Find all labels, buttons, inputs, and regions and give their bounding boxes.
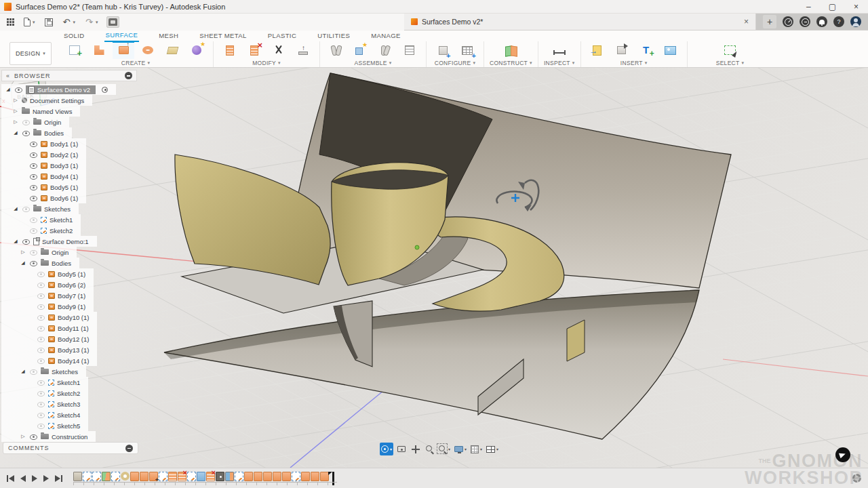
- timeline-extrude-icon[interactable]: [140, 472, 149, 481]
- tree-row-body4-1-[interactable]: Body4 (1): [1, 171, 86, 182]
- revolve-button[interactable]: [137, 41, 159, 59]
- tree-row-sketch5[interactable]: Sketch5: [1, 420, 88, 431]
- expand-arrow-icon[interactable]: ▷: [12, 119, 19, 125]
- joint-button[interactable]: [326, 41, 347, 59]
- tree-row-body5-1-[interactable]: Body5 (1): [1, 268, 94, 279]
- ribbon-tab-solid[interactable]: SOLID: [62, 30, 86, 41]
- save-button[interactable]: [43, 17, 54, 28]
- expand-arrow-icon[interactable]: ◢: [20, 369, 26, 374]
- sketch-create-button[interactable]: [64, 41, 85, 59]
- pan-button[interactable]: [409, 443, 422, 455]
- expand-arrow-icon[interactable]: ◢: [12, 239, 19, 244]
- close-button[interactable]: ×: [854, 2, 859, 12]
- visibility-eye-icon[interactable]: [29, 163, 38, 169]
- group-label-select[interactable]: SELECT: [716, 60, 745, 66]
- group-label-create[interactable]: CREATE: [121, 60, 150, 66]
- expand-arrow-icon[interactable]: ◢: [20, 260, 26, 266]
- tree-row-body9-1-[interactable]: Body9 (1): [1, 301, 94, 312]
- timeline-delete-icon[interactable]: [178, 472, 186, 481]
- visibility-eye-icon[interactable]: [37, 380, 45, 386]
- visibility-eye-icon[interactable]: [37, 293, 45, 299]
- tree-row-body2-1-[interactable]: Body2 (1): [1, 149, 86, 160]
- app-grid-button[interactable]: [5, 17, 16, 27]
- delete-x-button[interactable]: [243, 41, 265, 59]
- play-button[interactable]: [32, 475, 37, 482]
- visibility-eye-icon[interactable]: [29, 228, 38, 234]
- tree-row-sketch2[interactable]: Sketch2: [1, 388, 88, 399]
- timeline-blue-icon[interactable]: [197, 472, 205, 481]
- tree-row-body7-1-[interactable]: Body7 (1): [1, 290, 94, 301]
- timeline-extrude-icon[interactable]: [311, 472, 319, 481]
- timeline-sketch-icon[interactable]: [159, 472, 167, 481]
- visibility-eye-icon[interactable]: [29, 141, 38, 147]
- panel-options-icon[interactable]: [125, 72, 132, 79]
- extrude-l-button[interactable]: [88, 41, 110, 59]
- timeline-settings-gear-icon[interactable]: [852, 474, 861, 483]
- expand-arrow-icon[interactable]: ▷: [20, 434, 26, 439]
- timeline-sketch-icon[interactable]: [111, 472, 120, 481]
- timeline-extrude-add-icon[interactable]: [149, 472, 158, 481]
- visibility-eye-icon[interactable]: [37, 304, 45, 310]
- visibility-eye-icon[interactable]: [22, 119, 31, 125]
- minimize-button[interactable]: –: [806, 2, 811, 12]
- visibility-eye-icon[interactable]: [29, 260, 38, 266]
- new-tab-button[interactable]: +: [763, 15, 776, 28]
- ribbon-tab-mesh[interactable]: MESH: [157, 30, 180, 41]
- comments-icon[interactable]: [125, 445, 133, 452]
- workspace-selector[interactable]: DESIGN ▾: [9, 42, 52, 65]
- tree-row-named-views[interactable]: ▷Named Views: [1, 106, 80, 117]
- timeline-pattern-icon[interactable]: [168, 472, 177, 481]
- feedback-badge[interactable]: [835, 447, 850, 462]
- extend-button[interactable]: [292, 41, 314, 59]
- tree-row-body6-1-[interactable]: Body6 (1): [1, 192, 86, 203]
- orbit-button[interactable]: ▾: [380, 443, 393, 455]
- ribbon-tab-manage[interactable]: MANAGE: [370, 30, 402, 41]
- timeline-extrude-icon[interactable]: [301, 472, 310, 481]
- visibility-eye-icon[interactable]: [29, 184, 38, 190]
- fit-button[interactable]: ▾: [437, 443, 452, 455]
- visibility-eye-icon[interactable]: [29, 369, 38, 375]
- tree-row-body3-1-[interactable]: Body3 (1): [1, 160, 86, 171]
- timeline-form-icon[interactable]: [73, 472, 82, 481]
- expand-arrow-icon[interactable]: ▷: [12, 98, 19, 103]
- timeline-split-icon[interactable]: [225, 472, 234, 481]
- expand-arrow-icon[interactable]: ▷: [12, 108, 19, 114]
- timeline-playhead[interactable]: [332, 472, 334, 485]
- canvas-button[interactable]: [660, 41, 682, 59]
- timeline-sketch-icon[interactable]: [83, 472, 92, 481]
- tree-row-origin[interactable]: ▷Origin: [1, 117, 69, 127]
- ribbon-tab-surface[interactable]: SURFACE: [104, 30, 140, 42]
- group-label-insert[interactable]: INSERT: [620, 60, 648, 66]
- sketch-point[interactable]: [415, 245, 419, 249]
- group-label-configure[interactable]: CONFIGURE: [435, 60, 476, 66]
- tree-row-body12-1-[interactable]: Body12 (1): [1, 333, 97, 344]
- bom-button[interactable]: [399, 41, 420, 59]
- visibility-eye-icon[interactable]: [29, 217, 38, 223]
- timeline-extrude-icon[interactable]: [130, 472, 139, 481]
- expand-arrow-icon[interactable]: ▷: [20, 249, 26, 255]
- activate-component-radio[interactable]: [102, 87, 108, 93]
- tree-row-sketch1[interactable]: Sketch1: [1, 377, 88, 388]
- visibility-eye-icon[interactable]: [37, 336, 45, 342]
- visibility-eye-icon[interactable]: [37, 325, 45, 331]
- visibility-eye-icon[interactable]: [37, 282, 45, 288]
- tree-row-surface-demo-1[interactable]: ◢Surface Demo:1: [1, 236, 97, 247]
- tree-row-bodies[interactable]: ◢Bodies: [1, 258, 79, 268]
- sphere-star-button[interactable]: [186, 41, 208, 59]
- group-label-assemble[interactable]: ASSEMBLE: [354, 60, 391, 66]
- tree-row-body6-2-[interactable]: Body6 (2): [1, 279, 94, 290]
- visibility-eye-icon[interactable]: [14, 87, 23, 93]
- viewports-button[interactable]: ▾: [485, 443, 500, 455]
- document-tab[interactable]: Surfaces Demo v2* ×: [404, 14, 756, 30]
- step-back-button[interactable]: [20, 475, 26, 482]
- visibility-eye-icon[interactable]: [22, 239, 31, 245]
- expand-arrow-icon[interactable]: ◢: [12, 130, 19, 136]
- tree-row-document-settings[interactable]: ▷Document Settings: [1, 95, 92, 106]
- select-button[interactable]: [719, 41, 741, 59]
- tree-row-body14-1-[interactable]: Body14 (1): [1, 355, 97, 366]
- visibility-eye-icon[interactable]: [29, 249, 38, 256]
- grid-button[interactable]: ▾: [469, 443, 484, 455]
- config-cube-button[interactable]: [432, 41, 454, 59]
- visibility-eye-icon[interactable]: [37, 347, 45, 353]
- visibility-eye-icon[interactable]: [37, 271, 45, 277]
